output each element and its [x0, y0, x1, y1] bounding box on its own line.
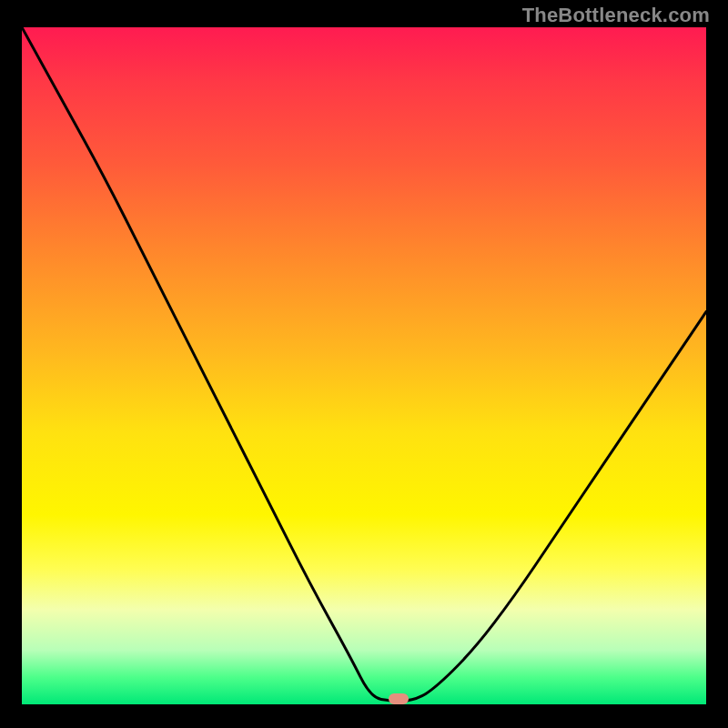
chart-container: TheBottleneck.com	[0, 0, 728, 728]
attribution-label: TheBottleneck.com	[522, 4, 710, 27]
optimal-point-marker	[389, 693, 409, 704]
plot-area	[22, 27, 706, 704]
bottleneck-curve	[22, 27, 706, 704]
